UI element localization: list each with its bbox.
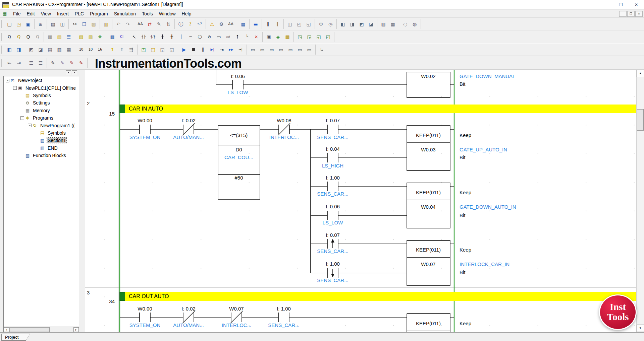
toolbar-monitor-ci-button[interactable]: CI [117, 32, 126, 41]
menu-help[interactable]: Help [179, 10, 195, 18]
contact-symbol[interactable]: LS_HIGH [322, 163, 343, 168]
toolbar-pv-update-button[interactable]: ▣ [264, 32, 273, 41]
menu-view[interactable]: View [38, 10, 54, 18]
tree-item-settings[interactable]: ⚙Settings [4, 99, 79, 107]
mdi-close-button[interactable]: ✕ [635, 11, 643, 17]
contact-symbol[interactable]: SENS_CAR... [317, 248, 348, 254]
toolbar-mnemonic-view-button[interactable]: ▦ [108, 32, 117, 41]
keep-instruction[interactable]: KEEP(011) [416, 247, 441, 253]
compare-instruction[interactable]: <=(315) [230, 132, 248, 138]
toolbar-monitor-window-3-button[interactable]: ▭ [267, 45, 276, 54]
toolbar-local-symbols-button[interactable]: ▥ [86, 32, 95, 41]
toolbar-instruction-box-button[interactable]: ▭ [214, 32, 223, 41]
toolbar-misc-tool-button[interactable]: ◍ [410, 20, 419, 28]
toolbar-cut-button[interactable]: ✂ [70, 20, 79, 28]
tree-collapse-icon[interactable]: − [20, 116, 24, 120]
toolbar-edit-delete-1-button[interactable]: ✎ [67, 59, 76, 67]
toolbar-contact-no-button[interactable]: ┤├ [139, 32, 148, 41]
ladder-diagram-pane[interactable]: CAR IN AUTO CAR OUT AUTO 2 15 3 34 I: 0.… [85, 70, 636, 332]
toolbar-help-button[interactable]: ? [186, 20, 195, 28]
keep-address[interactable]: W0.03 [421, 147, 435, 152]
tree-horizontal-scrollbar[interactable]: ◄ ► [4, 327, 79, 332]
scroll-down-icon[interactable]: ▼ [637, 325, 644, 332]
contact-address[interactable]: I: 0.07 [326, 232, 340, 238]
close-button[interactable]: ✕ [629, 0, 644, 10]
toolbar-rung-annotations-button[interactable]: ☰ [64, 32, 73, 41]
contact-address[interactable]: W0.08 [277, 118, 291, 123]
toolbar-delete-tool-button[interactable]: ✕ [252, 32, 261, 41]
contact-address[interactable]: I: 0.06 [231, 73, 245, 79]
toolbar-reset-value-button[interactable]: ◰ [149, 45, 157, 54]
menu-simulation[interactable]: Simulation [111, 10, 139, 18]
toolbar-return-tool-button[interactable]: ↳ [317, 45, 326, 54]
vertical-scrollbar-thumb[interactable] [637, 109, 644, 131]
contact-symbol[interactable]: AUTO/MAN... [173, 322, 204, 328]
contact-address[interactable]: W0.00 [138, 118, 152, 123]
toolbar-properties-window-button[interactable]: ▦ [64, 45, 73, 54]
toolbar-online-simulator-button[interactable]: ▬ [251, 20, 260, 28]
toolbar-window-1-button[interactable]: ◧ [338, 20, 347, 28]
menu-edit[interactable]: Edit [24, 10, 38, 18]
restore-button[interactable]: ❐ [613, 0, 629, 10]
toolbar-pause-simulation-button[interactable]: ‖ [199, 45, 207, 54]
contact-address[interactable]: I: 0.02 [181, 306, 196, 312]
vertical-scrollbar[interactable]: ▲ ▼ [636, 70, 644, 332]
output-comment-name[interactable]: GATE_DOWN_AUTO_IN [460, 204, 516, 210]
contact-symbol[interactable]: SENS_CAR... [268, 322, 299, 328]
scroll-up-icon[interactable]: ▲ [637, 70, 644, 77]
contact-symbol[interactable]: INTERLOC... [269, 134, 299, 140]
toolbar-coil-nc-button[interactable]: ⊘ [205, 32, 214, 41]
tree-item-programs[interactable]: −❖Programs [4, 114, 79, 122]
contact-address[interactable]: I: 1.00 [326, 261, 340, 267]
toolbar-block-left-button[interactable]: ⇤ [5, 59, 14, 67]
toolbar-radix-signed-decimal-button[interactable]: 10 [86, 45, 95, 54]
output-comment-name[interactable]: INTERLOCK_CAR_IN [460, 261, 509, 267]
tree-item-end[interactable]: ▥END [4, 144, 79, 152]
toolbar-zoom-in-button[interactable]: Q [24, 32, 33, 41]
toolbar-work-online-button[interactable]: ▦ [239, 20, 248, 28]
toolbar-or-contact-no-button[interactable]: ╂ [158, 32, 167, 41]
toolbar-stop-simulation-button[interactable]: ■ [189, 45, 198, 54]
toolbar-differentiate-up-button[interactable]: ↑ [233, 32, 242, 41]
toolbar-align-list-1-button[interactable]: ☰ [27, 59, 36, 67]
toolbar-monitor-window-2-button[interactable]: ▭ [258, 45, 267, 54]
tree-collapse-icon[interactable]: − [28, 124, 32, 127]
mdi-minimize-button[interactable]: ─ [619, 11, 627, 17]
project-tab-label[interactable]: Project [2, 334, 30, 340]
toolbar-time-chart-button[interactable]: ▦ [283, 32, 292, 41]
toolbar-zoom-tool-button[interactable]: Q [5, 32, 14, 41]
toolbar-device-transfer-button[interactable]: ⊞ [36, 20, 45, 28]
toolbar-window-4-button[interactable]: ◪ [367, 20, 375, 28]
toolbar-find-button[interactable]: AA [136, 20, 145, 28]
toolbar-window-3-button[interactable]: ◩ [357, 20, 366, 28]
toolbar-edit-delete-2-button[interactable]: ✎ [77, 59, 86, 67]
toolbar-paste-button[interactable]: ▨ [89, 20, 98, 28]
toolbar-compile-button[interactable]: ⚠ [208, 20, 216, 28]
compare-operand-1[interactable]: D0 [235, 147, 242, 152]
contact-address[interactable]: I: 0.02 [181, 118, 196, 123]
toolbar-window-small-button[interactable]: ◪ [36, 45, 45, 54]
toolbar-symbols-window-button[interactable]: ▤ [77, 32, 86, 41]
toolbar-zoom-highlight-button[interactable]: Q [14, 32, 23, 41]
toolbar-force-reset-button[interactable]: ⇑ [117, 45, 126, 54]
keep-address[interactable]: W0.04 [421, 204, 435, 210]
toolbar-monitor-window-7-button[interactable]: ▭ [305, 45, 314, 54]
toolbar-pause-monitor-button[interactable]: ‖ [264, 20, 272, 28]
contact-address[interactable]: W0.07 [229, 306, 244, 312]
keep-instruction[interactable]: KEEP(011) [416, 190, 441, 195]
contact-symbol[interactable]: SYSTEM_ON [129, 322, 161, 328]
toolbar-monitor-window-5-button[interactable]: ▭ [286, 45, 295, 54]
toolbar-differentiate-monitor-button[interactable]: ◱ [158, 45, 167, 54]
toolbar-window-list-button[interactable]: ▤ [46, 45, 54, 54]
tree-item-newprogram1[interactable]: −↻NewProgram1 (( [4, 122, 79, 129]
toolbar-force-on-button[interactable]: ◳ [296, 32, 304, 41]
minimize-button[interactable]: ─ [598, 0, 613, 10]
tree-item-newproject[interactable]: −⊡NewProject [4, 77, 79, 84]
toolbar-select-tool-button[interactable]: ↖ [130, 32, 139, 41]
toolbar-pause-button[interactable]: ‖ [273, 20, 282, 28]
toolbar-window-details-button[interactable]: ▥ [55, 45, 64, 54]
toolbar-differential-monitor-button[interactable]: ◰ [324, 32, 332, 41]
toolbar-monitor-window-4-button[interactable]: ▭ [277, 45, 285, 54]
contact-symbol[interactable]: SENS_CAR... [317, 191, 348, 197]
toolbar-radix-hex-button[interactable]: 16 [96, 45, 104, 54]
